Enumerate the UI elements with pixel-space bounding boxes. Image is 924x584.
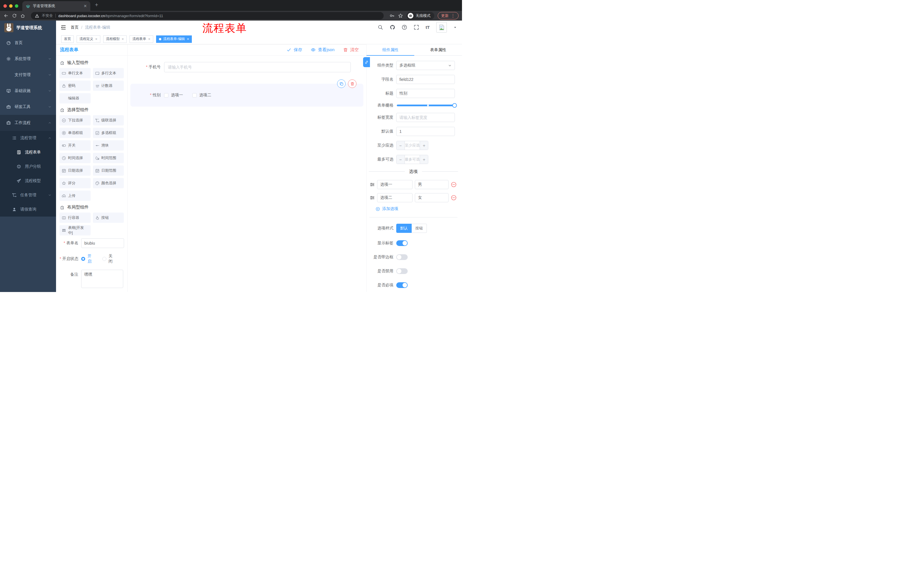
min-select-value[interactable]: 至少应选 — [405, 141, 420, 150]
min-select-stepper[interactable]: − 至少应选 ＋ — [396, 141, 428, 150]
delete-widget-button[interactable] — [348, 79, 356, 88]
back-icon[interactable] — [3, 13, 8, 18]
decrease-button[interactable]: − — [396, 141, 405, 150]
palette-item-计数器[interactable]: 123计数器 — [93, 81, 124, 91]
palette-item-表格[开发中][interactable]: 表格[开发中] — [59, 225, 91, 235]
sidebar-item-流程模型[interactable]: 流程模型 — [0, 174, 56, 188]
查看json-button[interactable]: 查看json — [311, 47, 335, 53]
checkbox-option-选项二[interactable]: 选项二 — [192, 92, 211, 98]
form-remark-textarea[interactable]: 嘿嘿 — [81, 270, 123, 288]
browser-menu-icon[interactable]: ⋮ — [451, 13, 455, 18]
palette-item-上传[interactable]: 上传 — [59, 191, 91, 201]
slider-handle[interactable] — [452, 103, 457, 108]
sidebar-item-支付管理[interactable]: 支付管理 — [0, 67, 56, 83]
sidebar-item-请假查询[interactable]: 请假查询 — [0, 202, 56, 217]
style-choice-按钮[interactable]: 按钮 — [412, 224, 427, 233]
tag-close-icon[interactable]: × — [187, 37, 189, 41]
grid-slider[interactable] — [397, 103, 457, 108]
palette-item-颜色选择[interactable]: 颜色选择 — [93, 178, 124, 188]
status-radio-开启[interactable]: 开启 — [81, 254, 94, 264]
close-window-button[interactable] — [3, 4, 7, 8]
font-size-icon[interactable]: tT — [426, 25, 430, 30]
component-type-select[interactable]: 多选框组 — [396, 61, 455, 70]
tag-close-icon[interactable]: × — [148, 37, 150, 41]
显示标签-toggle[interactable] — [396, 240, 408, 246]
github-icon[interactable] — [390, 25, 395, 30]
palette-item-单行文本[interactable]: 单行文本 — [59, 68, 91, 78]
tag-流程表单-编辑[interactable]: 流程表单-编辑× — [156, 35, 192, 43]
palette-item-滑块[interactable]: 滑块 — [93, 140, 124, 151]
remove-option-button[interactable] — [451, 195, 457, 201]
palette-item-评分[interactable]: 评分 — [59, 178, 91, 188]
decrease-button[interactable]: − — [396, 155, 405, 164]
canvas-field-phone[interactable]: 手机号 — [130, 62, 351, 72]
max-select-stepper[interactable]: − 最多可选 ＋ — [396, 155, 428, 164]
reload-icon[interactable] — [12, 13, 17, 18]
minimize-window-button[interactable] — [9, 4, 13, 8]
palette-item-日期选择[interactable]: 日期选择 — [59, 165, 91, 176]
copy-widget-button[interactable] — [337, 79, 346, 88]
new-tab-button[interactable]: ＋ — [94, 1, 99, 8]
help-icon[interactable] — [402, 25, 407, 30]
option-label-input[interactable] — [377, 193, 412, 202]
sidebar-item-流程管理[interactable]: 流程管理 — [0, 131, 56, 145]
breadcrumb-item[interactable]: 首页 — [71, 25, 79, 30]
palette-item-多选框组[interactable]: 多选框组 — [93, 128, 124, 138]
zoom-window-button[interactable] — [15, 4, 18, 8]
保存-button[interactable]: 保存 — [287, 47, 302, 53]
tag-流程模型[interactable]: 流程模型× — [103, 35, 127, 43]
option-value-input[interactable] — [415, 193, 449, 202]
tab-close-icon[interactable]: ✕ — [84, 4, 87, 8]
sidebar-item-系统管理[interactable]: 系统管理 — [0, 51, 56, 67]
tab-组件属性[interactable]: 组件属性 — [366, 44, 414, 56]
home-icon[interactable] — [20, 13, 25, 18]
tag-close-icon[interactable]: × — [122, 37, 124, 41]
palette-item-级联选择[interactable]: 级联选择 — [93, 115, 124, 125]
form-canvas[interactable]: 手机号 性别 选项一选项二 — [127, 56, 366, 292]
sidebar-item-流程表单[interactable]: 流程表单 — [0, 145, 56, 160]
avatar[interactable] — [436, 22, 447, 33]
star-icon[interactable] — [398, 13, 403, 18]
清空-button[interactable]: 清空 — [343, 47, 359, 53]
increase-button[interactable]: ＋ — [420, 141, 428, 150]
title-input[interactable] — [396, 89, 455, 98]
sidebar-item-首页[interactable]: 首页 — [0, 35, 56, 51]
sidebar-item-用户分组[interactable]: 用户分组 — [0, 160, 56, 174]
tag-流程定义[interactable]: 流程定义× — [77, 35, 101, 43]
tag-首页[interactable]: 首页 — [61, 35, 74, 43]
form-name-input[interactable] — [81, 238, 124, 248]
tag-close-icon[interactable]: × — [95, 37, 97, 41]
max-select-value[interactable]: 最多可选 — [405, 155, 420, 164]
address-bar[interactable]: 不安全 dashboard.yudao.iocoder.cn/bpm/manag… — [31, 12, 384, 20]
drag-handle-icon[interactable] — [370, 195, 375, 200]
hamburger-icon[interactable] — [61, 25, 66, 30]
palette-item-多行文本[interactable]: 多行文本 — [93, 68, 124, 78]
palette-item-行容器[interactable]: 行容器 — [59, 212, 91, 223]
是否必填-toggle[interactable] — [396, 282, 408, 288]
是否带边框-toggle[interactable] — [396, 254, 408, 260]
caret-down-icon[interactable] — [454, 26, 457, 29]
style-choice-默认[interactable]: 默认 — [396, 224, 412, 233]
tag-流程表单[interactable]: 流程表单× — [130, 35, 153, 43]
sidebar-item-基础设施[interactable]: 基础设施 — [0, 83, 56, 99]
browser-tab[interactable]: 芋道管理系统 ✕ — [22, 1, 90, 11]
add-option-button[interactable]: 添加选项 — [376, 206, 458, 211]
palette-item-密码[interactable]: 密码 — [59, 81, 91, 91]
canvas-field-gender-selected[interactable]: 性别 选项一选项二 — [130, 84, 363, 107]
drag-handle-icon[interactable] — [370, 182, 375, 187]
search-icon[interactable] — [378, 25, 383, 30]
increase-button[interactable]: ＋ — [420, 155, 428, 164]
default-value-input[interactable] — [396, 127, 455, 136]
label-width-input[interactable] — [396, 113, 455, 122]
是否禁用-toggle[interactable] — [396, 268, 408, 274]
checkbox-option-选项一[interactable]: 选项一 — [164, 92, 183, 98]
palette-item-编辑器[interactable]: 编辑器 — [59, 93, 91, 104]
sidebar-item-任务管理[interactable]: 任务管理 — [0, 188, 56, 202]
sidebar-item-研发工具[interactable]: 研发工具 — [0, 99, 56, 115]
palette-item-开关[interactable]: 开关 — [59, 140, 91, 151]
palette-item-时间选择[interactable]: 时间选择 — [59, 153, 91, 163]
tab-表单属性[interactable]: 表单属性 — [414, 44, 462, 56]
palette-item-单选框组[interactable]: 单选框组 — [59, 128, 91, 138]
sidebar-item-工作流程[interactable]: 工作流程 — [0, 115, 56, 131]
field-name-input[interactable] — [396, 75, 455, 84]
